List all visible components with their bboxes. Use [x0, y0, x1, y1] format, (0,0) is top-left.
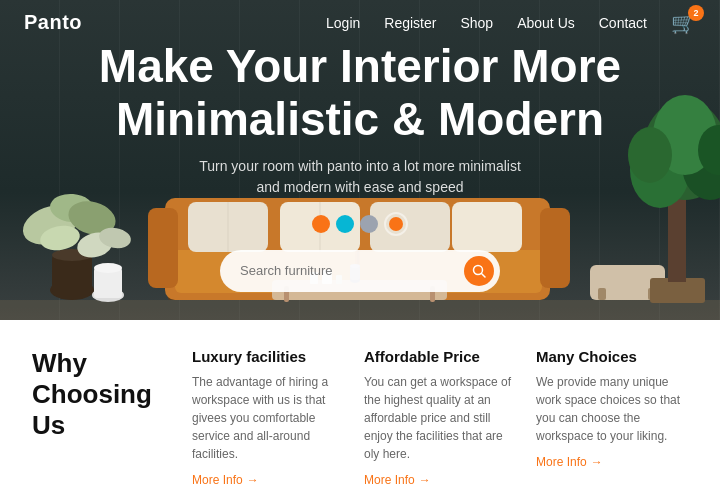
feature-luxury-link[interactable]: More Info	[192, 473, 344, 487]
feature-choices-desc: We provide many unique work space choice…	[536, 373, 688, 445]
search-button[interactable]	[464, 256, 494, 286]
feature-luxury: Luxury facilities The advantage of hirin…	[192, 348, 344, 487]
feature-price-title: Affordable Price	[364, 348, 516, 365]
swatch-orange[interactable]	[312, 215, 330, 233]
cart-button[interactable]: 🛒 2	[671, 11, 696, 35]
features-grid: Luxury facilities The advantage of hirin…	[192, 348, 688, 487]
nav-link-register[interactable]: Register	[384, 15, 436, 31]
nav-links: Login Register Shop About Us Contact	[326, 14, 647, 32]
hero-content: Make Your Interior More Minimalistic & M…	[0, 40, 720, 292]
hero-title: Make Your Interior More Minimalistic & M…	[99, 40, 621, 146]
feature-luxury-title: Luxury facilities	[192, 348, 344, 365]
brand-logo: Panto	[24, 11, 82, 34]
swatch-selected[interactable]	[384, 212, 408, 236]
hero-section: Make Your Interior More Minimalistic & M…	[0, 0, 720, 320]
feature-choices-link[interactable]: More Info	[536, 455, 688, 469]
feature-price-desc: You can get a workspace of the highest q…	[364, 373, 516, 463]
navbar: Panto Login Register Shop About Us Conta…	[0, 0, 720, 45]
swatch-teal[interactable]	[336, 215, 354, 233]
nav-link-contact[interactable]: Contact	[599, 15, 647, 31]
bottom-section: Why Choosing Us Luxury facilities The ad…	[0, 320, 720, 502]
hero-subtitle: Turn your room with panto into a lot mor…	[190, 156, 530, 198]
swatch-inner	[389, 217, 403, 231]
color-swatches	[312, 212, 408, 236]
feature-price-link[interactable]: More Info	[364, 473, 516, 487]
cart-badge: 2	[688, 5, 704, 21]
nav-link-login[interactable]: Login	[326, 15, 360, 31]
feature-choices-title: Many Choices	[536, 348, 688, 365]
nav-link-shop[interactable]: Shop	[460, 15, 493, 31]
feature-choices: Many Choices We provide many unique work…	[536, 348, 688, 487]
search-bar	[220, 250, 500, 292]
search-input[interactable]	[240, 263, 464, 278]
feature-price: Affordable Price You can get a workspace…	[364, 348, 516, 487]
svg-line-1	[482, 273, 486, 277]
swatch-gray[interactable]	[360, 215, 378, 233]
feature-luxury-desc: The advantage of hiring a workspace with…	[192, 373, 344, 463]
why-choosing-us: Why Choosing Us	[32, 348, 192, 442]
why-title: Why Choosing Us	[32, 348, 192, 442]
nav-link-about[interactable]: About Us	[517, 15, 575, 31]
